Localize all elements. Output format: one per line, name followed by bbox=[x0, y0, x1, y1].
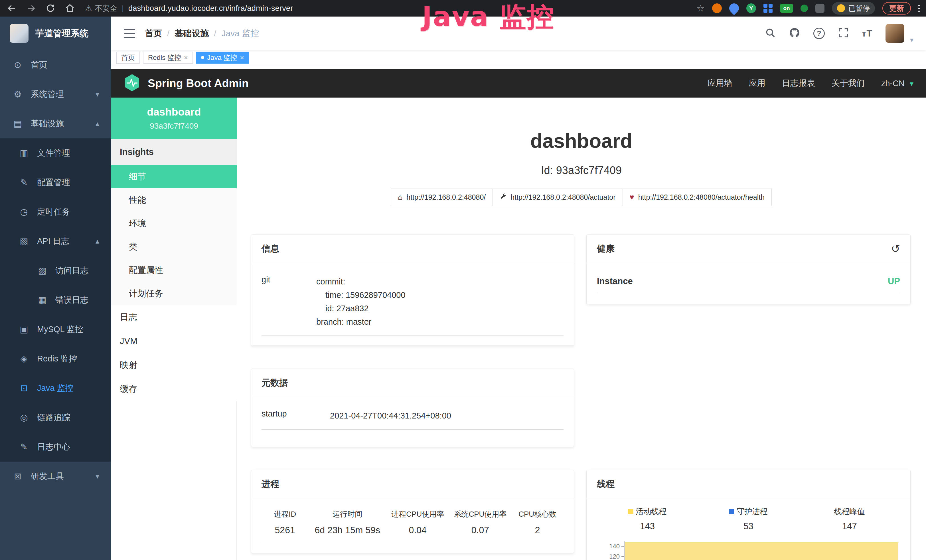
sidebar-item-label: Java 监控 bbox=[37, 383, 73, 394]
sba-item-performance[interactable]: 性能 bbox=[111, 188, 237, 212]
sidebar-item-file-management[interactable]: ▥ 文件管理 bbox=[0, 138, 111, 168]
mysql-icon: ▣ bbox=[18, 324, 30, 334]
avatar-caret-icon[interactable]: ▾ bbox=[910, 36, 914, 44]
extension-orange-icon[interactable] bbox=[712, 3, 722, 13]
close-icon[interactable]: × bbox=[184, 54, 188, 62]
sba-brand[interactable]: Spring Boot Admin bbox=[148, 77, 249, 89]
extension-leaf-icon[interactable] bbox=[800, 5, 808, 12]
chevron-up-icon: ▴ bbox=[95, 119, 99, 128]
sba-item-scheduled-tasks[interactable]: 计划任务 bbox=[111, 282, 237, 305]
sba-nav: 应用墙 应用 日志报表 关于我们 zh-CN ▾ bbox=[708, 77, 914, 89]
info-line: branch: master bbox=[316, 315, 406, 328]
sidebar-item-log-center[interactable]: ✎ 日志中心 bbox=[0, 432, 111, 462]
tab-home[interactable]: 首页 bbox=[117, 51, 140, 64]
avatar[interactable] bbox=[885, 24, 904, 43]
sba-nav-journal[interactable]: 日志报表 bbox=[782, 77, 815, 89]
sidebar-item-label: 文件管理 bbox=[37, 147, 70, 159]
sba-nav-applications[interactable]: 应用 bbox=[749, 77, 766, 89]
sidebar-item-mysql-monitor[interactable]: ▣ MySQL 监控 bbox=[0, 315, 111, 344]
panel-title-text: 进程 bbox=[262, 478, 279, 490]
process-value: 2 bbox=[511, 523, 563, 543]
process-table: 进程ID 运行时间 进程CPU使用率 系统CPU使用率 CPU核心数 5261 … bbox=[262, 506, 563, 543]
sba-instance-header[interactable]: dashboard 93a3fc7f7409 bbox=[111, 98, 237, 139]
sidebar-item-system-management[interactable]: ⚙ 系统管理 ▾ bbox=[0, 80, 111, 109]
sba-item-mappings[interactable]: 映射 bbox=[111, 353, 237, 377]
process-col-header: CPU核心数 bbox=[511, 506, 563, 523]
bookmark-star-icon[interactable]: ☆ bbox=[696, 3, 705, 14]
link-health[interactable]: ♥ http://192.168.0.2:48080/actuator/heal… bbox=[623, 189, 772, 206]
refresh-icon[interactable] bbox=[45, 3, 56, 14]
y-tick: 120 bbox=[609, 553, 620, 560]
font-size-icon[interactable]: тT bbox=[862, 28, 872, 39]
tab-redis-monitor[interactable]: Redis 监控 × bbox=[143, 51, 193, 64]
github-icon[interactable] bbox=[789, 27, 800, 40]
hamburger-icon[interactable] bbox=[124, 29, 135, 38]
sba-item-classes[interactable]: 类 bbox=[111, 235, 237, 259]
process-value: 0.07 bbox=[449, 523, 511, 543]
profile-paused-chip[interactable]: 已暂停 bbox=[832, 2, 875, 15]
address-bar[interactable]: ⚠ 不安全 | dashboard.yudao.iocoder.cn/infra… bbox=[85, 3, 293, 14]
browser-home-icon[interactable] bbox=[65, 3, 75, 14]
sba-item-jvm[interactable]: JVM bbox=[111, 329, 237, 353]
sidebar-item-api-logs[interactable]: ▧ API 日志 ▴ bbox=[0, 227, 111, 256]
extension-grid-icon[interactable] bbox=[763, 4, 773, 13]
fullscreen-icon[interactable] bbox=[838, 27, 849, 39]
health-instance-row[interactable]: Instance UP bbox=[597, 271, 900, 294]
process-col-header: 运行时间 bbox=[308, 506, 386, 523]
sba-item-config-props[interactable]: 配置属性 bbox=[111, 259, 237, 282]
sidebar-item-java-monitor[interactable]: ⊡ Java 监控 bbox=[0, 374, 111, 403]
breadcrumb-home[interactable]: 首页 bbox=[145, 28, 162, 39]
sba-nav-wallboard[interactable]: 应用墙 bbox=[708, 77, 732, 89]
logo-avatar bbox=[10, 24, 29, 43]
security-warning[interactable]: ⚠ 不安全 bbox=[85, 3, 117, 14]
process-panel-title: 进程 bbox=[251, 470, 574, 498]
sidebar-item-trace[interactable]: ◎ 链路追踪 bbox=[0, 403, 111, 432]
sidebar-item-config-management[interactable]: ✎ 配置管理 bbox=[0, 168, 111, 197]
sidebar-item-redis-monitor[interactable]: ◈ Redis 监控 bbox=[0, 344, 111, 374]
info-panel: 信息 git commit: time: 1596289704000 id: 2 bbox=[251, 235, 574, 346]
extensions-puzzle-icon[interactable] bbox=[816, 4, 825, 13]
legend-yellow-swatch bbox=[628, 509, 633, 514]
threads-panel-body: 活动线程 143 守护进程 53 线程峰值 bbox=[587, 498, 910, 560]
sidebar-item-access-logs[interactable]: ▨ 访问日志 bbox=[0, 256, 111, 285]
help-icon[interactable]: ? bbox=[813, 28, 825, 39]
sidebar-item-error-logs[interactable]: ▦ 错误日志 bbox=[0, 285, 111, 315]
instance-links: ⌂ http://192.168.0.2:48080/ http://192.1… bbox=[237, 189, 926, 206]
sidebar-item-infrastructure[interactable]: ▤ 基础设施 ▴ bbox=[0, 109, 111, 138]
close-icon[interactable]: × bbox=[240, 54, 244, 62]
info-panel-body: git commit: time: 1596289704000 id: 27aa… bbox=[251, 263, 574, 345]
tab-java-monitor[interactable]: Java 监控 × bbox=[196, 51, 249, 64]
forward-icon[interactable] bbox=[26, 3, 36, 14]
metadata-panel: 元数据 startup 2021-04-27T00:44:31.254+08:0… bbox=[251, 369, 574, 447]
legend-label: 守护进程 bbox=[737, 506, 767, 517]
process-col-header: 进程ID bbox=[262, 506, 308, 523]
extension-y-icon[interactable]: Y bbox=[746, 3, 756, 13]
api-log-icon: ▧ bbox=[18, 236, 30, 247]
legend-value: 143 bbox=[597, 521, 698, 531]
config-icon: ✎ bbox=[18, 177, 30, 188]
history-icon[interactable]: ↺ bbox=[891, 243, 900, 254]
extension-on-badge[interactable]: on bbox=[780, 4, 793, 13]
link-actuator[interactable]: http://192.168.0.2:48080/actuator bbox=[493, 189, 623, 206]
sba-item-environment[interactable]: 环境 bbox=[111, 212, 237, 235]
extension-drop-icon[interactable] bbox=[727, 2, 741, 15]
update-button[interactable]: 更新 bbox=[882, 2, 911, 15]
home-icon: ⊙ bbox=[12, 60, 23, 70]
breadcrumb-infrastructure[interactable]: 基础设施 bbox=[174, 28, 209, 39]
sba-item-details[interactable]: 细节 bbox=[111, 165, 237, 188]
sidebar-logo[interactable]: 芋道管理系统 bbox=[0, 17, 111, 50]
sidebar-item-label: Redis 监控 bbox=[37, 353, 77, 365]
sba-language-select[interactable]: zh-CN ▾ bbox=[881, 79, 914, 88]
sidebar-item-dev-tools[interactable]: ⊠ 研发工具 ▾ bbox=[0, 462, 111, 491]
sba-item-caches[interactable]: 缓存 bbox=[111, 377, 237, 401]
metadata-key: startup bbox=[262, 409, 330, 422]
search-icon[interactable] bbox=[765, 27, 776, 39]
sba-nav-about[interactable]: 关于我们 bbox=[832, 77, 865, 89]
sidebar-item-home[interactable]: ⊙ 首页 bbox=[0, 50, 111, 80]
browser-menu-icon[interactable] bbox=[918, 5, 920, 12]
sidebar-item-label: 错误日志 bbox=[55, 294, 88, 306]
back-icon[interactable] bbox=[6, 3, 17, 14]
sba-item-logs[interactable]: 日志 bbox=[111, 305, 237, 329]
link-root[interactable]: ⌂ http://192.168.0.2:48080/ bbox=[391, 189, 493, 206]
sidebar-item-scheduled-tasks[interactable]: ◷ 定时任务 bbox=[0, 197, 111, 227]
